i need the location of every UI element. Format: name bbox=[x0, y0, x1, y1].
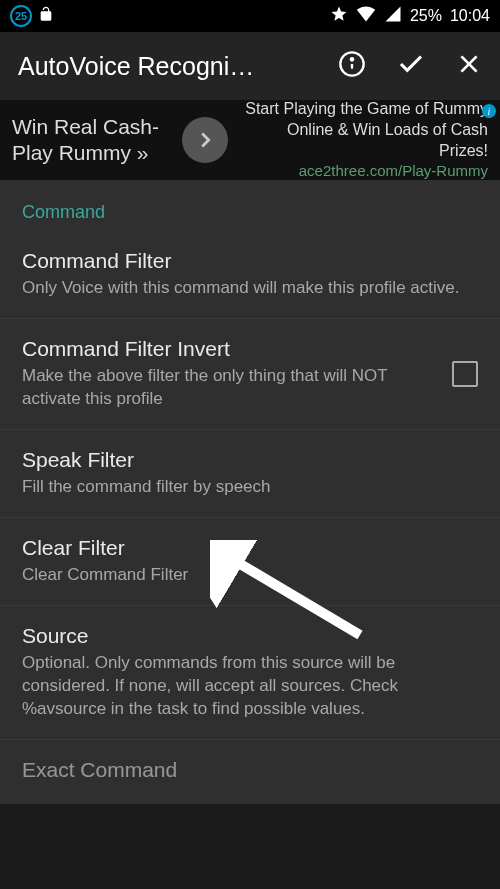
item-speak-filter[interactable]: Speak Filter Fill the command filter by … bbox=[0, 430, 500, 518]
item-command-filter-invert[interactable]: Command Filter Invert Make the above fil… bbox=[0, 319, 500, 430]
section-header-command: Command bbox=[0, 180, 500, 231]
svg-point-2 bbox=[351, 58, 353, 60]
item-subtitle: Fill the command filter by speech bbox=[22, 476, 478, 499]
info-icon[interactable] bbox=[338, 50, 366, 82]
ad-banner[interactable]: Win Real Cash- Play Rummy » Start Playin… bbox=[0, 100, 500, 180]
signal-icon bbox=[384, 5, 402, 27]
unlock-icon bbox=[38, 6, 54, 26]
star-icon bbox=[330, 5, 348, 27]
item-title: Command Filter Invert bbox=[22, 337, 434, 361]
wifi-icon bbox=[356, 4, 376, 28]
ad-desc-1: Start Playing the Game of Rummy bbox=[238, 99, 488, 120]
ad-desc-2: Online & Win Loads of Cash Prizes! bbox=[238, 120, 488, 162]
item-clear-filter[interactable]: Clear Filter Clear Command Filter bbox=[0, 518, 500, 606]
item-subtitle: Clear Command Filter bbox=[22, 564, 478, 587]
ad-headline-2: Play Rummy » bbox=[12, 140, 172, 166]
item-subtitle: Make the above filter the only thing tha… bbox=[22, 365, 434, 411]
status-bar: 25 25% 10:04 bbox=[0, 0, 500, 32]
item-command-filter[interactable]: Command Filter Only Voice with this comm… bbox=[0, 231, 500, 319]
close-icon[interactable] bbox=[456, 51, 482, 81]
item-title: Speak Filter bbox=[22, 448, 478, 472]
item-title: Exact Command bbox=[22, 758, 478, 782]
battery-text: 25% bbox=[410, 7, 442, 25]
page-title: AutoVoice Recogni… bbox=[18, 52, 328, 81]
item-source[interactable]: Source Optional. Only commands from this… bbox=[0, 606, 500, 740]
confirm-icon[interactable] bbox=[396, 49, 426, 83]
item-exact-command[interactable]: Exact Command bbox=[0, 740, 500, 804]
item-title: Clear Filter bbox=[22, 536, 478, 560]
app-bar: AutoVoice Recogni… bbox=[0, 32, 500, 100]
ad-url: ace2three.com/Play-Rummy bbox=[238, 161, 488, 181]
ad-arrow-icon bbox=[182, 117, 228, 163]
clock-text: 10:04 bbox=[450, 7, 490, 25]
ad-info-icon[interactable]: i bbox=[482, 104, 496, 118]
item-subtitle: Only Voice with this command will make t… bbox=[22, 277, 478, 300]
item-title: Command Filter bbox=[22, 249, 478, 273]
settings-list: Command Command Filter Only Voice with t… bbox=[0, 180, 500, 804]
item-title: Source bbox=[22, 624, 478, 648]
ad-headline-1: Win Real Cash- bbox=[12, 114, 172, 140]
notification-badge: 25 bbox=[10, 5, 32, 27]
item-subtitle: Optional. Only commands from this source… bbox=[22, 652, 478, 721]
checkbox-invert[interactable] bbox=[452, 361, 478, 387]
